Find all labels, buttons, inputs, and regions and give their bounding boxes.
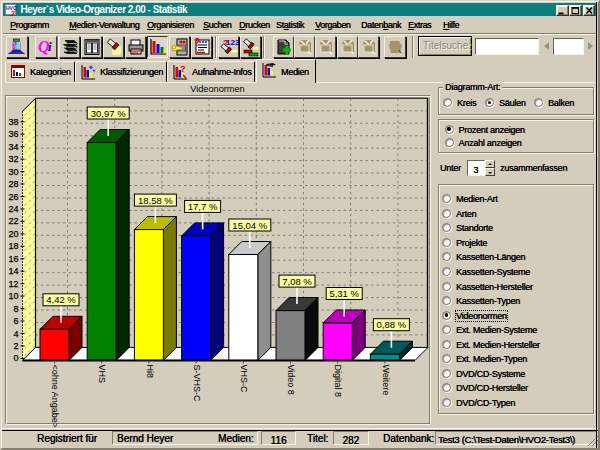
svg-text:38: 38 (8, 117, 18, 127)
svg-text:34: 34 (8, 142, 18, 152)
svg-text:36: 36 (8, 129, 18, 139)
svg-text:Videonormen: Videonormen (190, 84, 244, 94)
svg-text:30,97 %: 30,97 % (91, 108, 126, 119)
svg-text:0,88 %: 0,88 % (377, 319, 407, 330)
svg-text:18,58 %: 18,58 % (138, 195, 173, 206)
svg-text:2: 2 (11, 10, 15, 17)
svg-text:6: 6 (13, 316, 18, 326)
svg-text:Digital 8: Digital 8 (333, 365, 343, 398)
svg-text:10: 10 (8, 291, 18, 301)
svg-text:8: 8 (13, 304, 18, 314)
svg-text:24: 24 (8, 204, 18, 214)
svg-text:Video 8: Video 8 (286, 365, 296, 395)
svg-text:20: 20 (8, 229, 18, 239)
svg-text:17,7 %: 17,7 % (188, 201, 218, 212)
svg-text:12: 12 (8, 279, 18, 289)
svg-text:VHS-C: VHS-C (239, 365, 249, 394)
svg-text:?: ? (180, 64, 185, 74)
svg-text:26: 26 (8, 192, 18, 202)
svg-text:5,31 %: 5,31 % (329, 288, 359, 299)
svg-text:<ohne Angabe>: <ohne Angabe> (50, 365, 60, 428)
svg-text:16: 16 (8, 254, 18, 264)
svg-text:14: 14 (8, 266, 18, 276)
svg-text:S-VHS-C: S-VHS-C (192, 365, 202, 403)
svg-text:30: 30 (8, 167, 18, 177)
svg-text:4,42 %: 4,42 % (46, 294, 76, 305)
svg-text:18: 18 (8, 241, 18, 251)
svg-text:i: i (48, 39, 52, 54)
svg-text:22: 22 (8, 216, 18, 226)
svg-text:4: 4 (13, 329, 18, 339)
svg-text:15,04 %: 15,04 % (232, 220, 267, 231)
svg-text:32: 32 (8, 154, 18, 164)
svg-text:2: 2 (13, 341, 18, 351)
svg-text:Weitere: Weitere (381, 365, 391, 396)
svg-text:7,08 %: 7,08 % (282, 276, 312, 287)
svg-text:VHS: VHS (97, 365, 107, 384)
svg-text:Hi8: Hi8 (145, 365, 155, 379)
svg-text:28: 28 (8, 179, 18, 189)
svg-text:0: 0 (13, 353, 18, 363)
